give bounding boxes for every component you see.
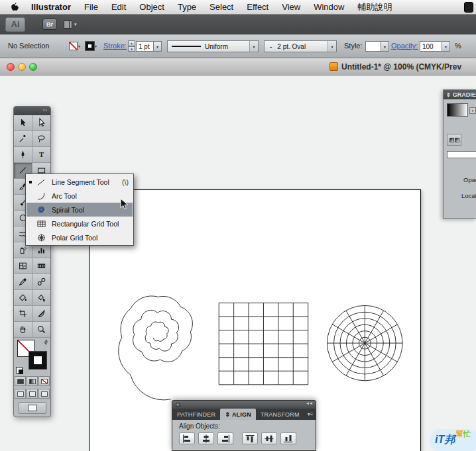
color-button[interactable] [15, 376, 26, 386]
rectangular-grid-shape[interactable] [219, 303, 308, 385]
window-titlebar[interactable]: Untitled-1* @ 100% (CMYK/Prev [0, 58, 476, 75]
flyout-item-line-segment[interactable]: Line Segment Tool (\) [27, 175, 133, 189]
panel-close-button[interactable] [176, 403, 180, 407]
workspace-switcher[interactable]: ▾ [64, 21, 77, 28]
menu-object[interactable]: Object [133, 2, 171, 12]
mesh-tool[interactable] [14, 258, 32, 274]
align-vertical-center-button[interactable] [261, 432, 277, 444]
screen-mode-button[interactable] [19, 402, 46, 414]
gradient-panel-header[interactable]: ⇕ GRADIENT [444, 90, 476, 99]
gradient-swatch[interactable] [447, 103, 468, 117]
zoom-tool[interactable] [32, 322, 51, 338]
menu-help[interactable]: 輔助說明 [351, 1, 398, 13]
brush-dropdown[interactable]: - 2 pt. Oval ▾ [264, 40, 337, 52]
minimize-window-button[interactable] [18, 63, 26, 71]
flyout-item-spiral[interactable]: Spiral Tool [27, 203, 133, 217]
panel-toggle-icon[interactable]: ⇕ [446, 92, 451, 98]
apple-menu[interactable] [5, 2, 25, 12]
menu-window[interactable]: Window [307, 2, 351, 12]
lasso-tool[interactable] [32, 131, 51, 147]
polar-grid-shape[interactable] [327, 305, 403, 381]
slice-tool[interactable] [32, 306, 51, 322]
draw-behind-button[interactable] [27, 389, 38, 399]
width-profile-dropdown[interactable]: Uniform ▾ [167, 40, 259, 52]
opacity-field[interactable]: 100 [420, 41, 442, 52]
style-label: Style: [344, 42, 363, 50]
blend-tool[interactable] [32, 274, 51, 290]
none-button[interactable] [38, 376, 50, 386]
style-field[interactable] [365, 41, 381, 52]
gradient-button[interactable] [27, 376, 38, 386]
type-tool[interactable]: T [32, 147, 51, 163]
menu-view[interactable]: View [275, 2, 307, 12]
menu-illustrator[interactable]: Illustrator [25, 2, 78, 12]
line-tool-flyout-menu: Line Segment Tool (\) Arc Tool Spiral To… [25, 174, 134, 246]
style-dropdown[interactable]: ▾ [381, 41, 389, 52]
gradient-type-button[interactable] [447, 134, 461, 146]
panel-menu-icon[interactable]: ▾≡ [304, 409, 317, 420]
fill-swatch[interactable]: ▾ [69, 41, 80, 50]
direct-selection-tool[interactable] [32, 115, 51, 131]
flyout-item-rectangular-grid[interactable]: Rectangular Grid Tool [27, 217, 133, 230]
panel-minimize-icon[interactable]: ◄◄ [306, 401, 312, 405]
opacity-dropdown[interactable]: ▾ [442, 41, 450, 52]
stroke-swatch[interactable]: ▾ [86, 41, 97, 50]
stroke-weight-dropdown[interactable]: ▾ [154, 41, 162, 52]
tab-align[interactable]: ⇕ALIGN [220, 409, 256, 420]
draw-normal-button[interactable] [15, 389, 26, 399]
close-window-button[interactable] [7, 63, 15, 71]
gradient-location-label: Location: [461, 192, 476, 199]
tab-pathfinder[interactable]: PATHFINDER [172, 409, 220, 420]
default-fill-stroke-icon[interactable] [16, 367, 23, 374]
align-objects-label: Align Objects: [179, 423, 316, 430]
gradient-swatch-icon [29, 379, 36, 384]
align-bottom-button[interactable] [280, 432, 296, 444]
svg-text:T: T [39, 150, 44, 158]
align-panel-titlebar[interactable]: ◄◄ [172, 400, 316, 409]
flyout-item-polar-grid[interactable]: Polar Grid Tool [27, 230, 133, 244]
tools-panel-header[interactable]: ›› [14, 107, 50, 115]
gradient-ramp[interactable] [447, 151, 476, 158]
draw-behind-icon [29, 391, 36, 397]
stroke-weight-field[interactable]: 1 pt [136, 41, 154, 52]
stroke-panel-link[interactable]: Stroke: [103, 42, 127, 50]
stepper-up-icon[interactable]: ▴ [128, 40, 135, 46]
flyout-item-arc[interactable]: Arc Tool [27, 189, 133, 203]
live-paint-selection-tool[interactable] [32, 290, 51, 306]
gradient-tool[interactable] [32, 258, 51, 274]
gradient-swatch-dropdown[interactable]: ▾ [469, 107, 476, 114]
magic-wand-tool[interactable] [14, 131, 32, 147]
opacity-panel-link[interactable]: Opacity: [391, 42, 418, 50]
lasso-icon [36, 134, 46, 144]
align-right-button[interactable] [217, 432, 233, 444]
spiral-tool-icon [36, 205, 46, 215]
menu-type[interactable]: Type [171, 2, 203, 12]
eyedropper-tool[interactable] [14, 274, 32, 290]
align-horizontal-center-button[interactable] [198, 432, 214, 444]
input-source-icon[interactable] [464, 2, 473, 13]
menu-select[interactable]: Select [203, 2, 240, 12]
align-left-button[interactable] [179, 432, 195, 444]
spiral-shape[interactable] [119, 296, 193, 400]
site-watermark: 幫忙 iT邦 [430, 425, 476, 451]
stepper-down-icon[interactable]: ▾ [128, 46, 135, 52]
draw-inside-button[interactable] [38, 389, 50, 399]
menu-file[interactable]: File [78, 2, 105, 12]
live-paint-bucket-tool[interactable] [14, 290, 32, 306]
swap-fill-stroke-icon[interactable]: ⇄ [42, 338, 50, 346]
zoom-window-button[interactable] [29, 63, 37, 71]
pen-tool[interactable] [14, 147, 32, 163]
stroke-weight-stepper[interactable]: ▴ ▾ [128, 40, 135, 52]
menu-edit[interactable]: Edit [105, 2, 133, 12]
hand-tool[interactable] [14, 322, 32, 338]
menu-effect[interactable]: Effect [240, 2, 275, 12]
selection-tool-icon [18, 118, 28, 128]
selection-tool[interactable] [14, 115, 32, 131]
bridge-button[interactable]: Br [42, 19, 57, 30]
paint-type-buttons [14, 375, 50, 387]
stroke-color-indicator[interactable] [29, 352, 46, 369]
artboard-tool[interactable] [14, 306, 32, 322]
flyout-shortcut: (\) [122, 178, 130, 186]
align-top-button[interactable] [242, 432, 258, 444]
tab-transform[interactable]: TRANSFORM [256, 409, 304, 420]
